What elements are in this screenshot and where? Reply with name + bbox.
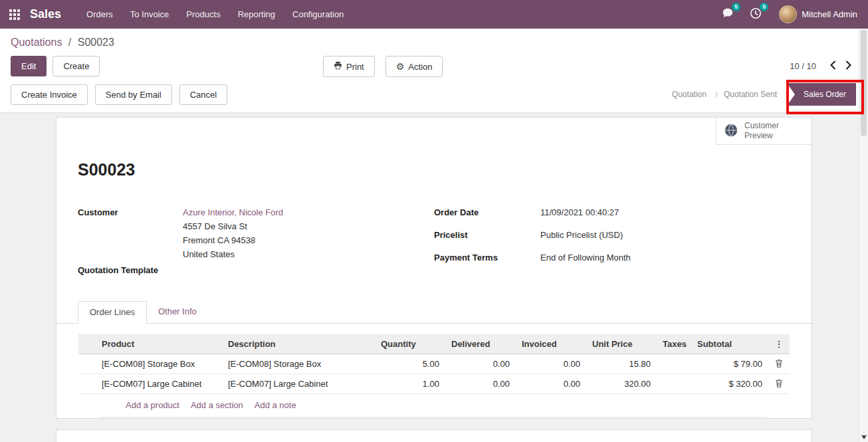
- scrollbar[interactable]: [859, 29, 868, 442]
- optional-columns-header[interactable]: ⋮: [768, 334, 790, 354]
- row-handle[interactable]: [78, 374, 96, 394]
- order-date-field: Order Date 11/09/2021 00:40:27: [434, 207, 790, 218]
- main-menu: Orders To Invoice Products Reporting Con…: [78, 0, 352, 29]
- order-line-row[interactable]: [E-COM08] Storage Box [E-COM08] Storage …: [78, 354, 790, 374]
- activities-button[interactable]: 5: [750, 7, 762, 22]
- cell-delete: [768, 354, 790, 374]
- customer-link[interactable]: Azure Interior, Nicole Ford: [183, 207, 283, 217]
- delete-line-button[interactable]: [775, 359, 783, 370]
- customer-field: Customer Azure Interior, Nicole Ford 455…: [78, 207, 434, 260]
- apps-menu-icon[interactable]: [9, 9, 20, 20]
- col-header-unit-price[interactable]: Unit Price: [586, 334, 657, 354]
- document-title: S00023: [78, 160, 812, 179]
- menu-configuration[interactable]: Configuration: [284, 0, 352, 29]
- status-quotation-sent[interactable]: Quotation Sent: [717, 90, 784, 99]
- gear-icon: ⚙: [396, 62, 405, 71]
- chatter: [56, 429, 812, 442]
- pager-count: 10 / 10: [790, 61, 816, 71]
- col-header-description[interactable]: Description: [222, 334, 375, 354]
- edit-button[interactable]: Edit: [11, 56, 47, 76]
- cell-delivered: 0.00: [445, 354, 516, 374]
- cancel-button[interactable]: Cancel: [179, 84, 227, 105]
- field-column-right: Order Date 11/09/2021 00:40:27 Pricelist…: [434, 207, 790, 281]
- cell-invoiced: 0.00: [516, 354, 586, 374]
- avatar: [779, 5, 797, 23]
- menu-products[interactable]: Products: [177, 0, 229, 29]
- pricelist-value: Public Pricelist (USD): [540, 230, 623, 241]
- col-header-taxes[interactable]: Taxes: [657, 334, 691, 354]
- kebab-icon[interactable]: ⋮: [775, 339, 784, 349]
- print-button[interactable]: Print: [323, 56, 375, 77]
- handle-column-header: [78, 334, 96, 354]
- col-header-product[interactable]: Product: [96, 334, 222, 354]
- add-product-link[interactable]: Add a product: [126, 400, 179, 410]
- col-header-quantity[interactable]: Quantity: [375, 334, 445, 354]
- order-line-row[interactable]: [E-COM07] Large Cabinet [E-COM07] Large …: [78, 374, 790, 394]
- cell-unit-price: 320.00: [586, 374, 657, 394]
- action-label: Action: [408, 62, 432, 72]
- scroll-down-arrow[interactable]: [861, 435, 867, 439]
- send-by-email-button[interactable]: Send by Email: [95, 84, 172, 105]
- menu-to-invoice[interactable]: To Invoice: [122, 0, 178, 29]
- messages-badge: 5: [732, 3, 740, 11]
- menu-reporting[interactable]: Reporting: [229, 0, 284, 29]
- field-column-left: Customer Azure Interior, Nicole Ford 455…: [78, 207, 434, 281]
- chevron-right-icon: [845, 60, 851, 72]
- order-date-value: 11/09/2021 00:40:27: [540, 207, 619, 218]
- app-name[interactable]: Sales: [30, 7, 61, 21]
- col-header-delivered[interactable]: Delivered: [445, 334, 516, 354]
- payment-terms-value: End of Following Month: [540, 253, 631, 263]
- create-invoice-button[interactable]: Create Invoice: [11, 84, 88, 105]
- chevron-left-icon: [830, 60, 836, 72]
- customer-value: Azure Interior, Nicole Ford 4557 De Silv…: [183, 207, 283, 260]
- add-section-link[interactable]: Add a section: [191, 400, 243, 410]
- address-line-1: 4557 De Silva St: [183, 221, 283, 232]
- row-handle[interactable]: [78, 354, 96, 374]
- tab-other-info[interactable]: Other Info: [147, 301, 208, 323]
- field-group: Customer Azure Interior, Nicole Ford 455…: [78, 207, 790, 281]
- cell-delete: [768, 374, 790, 394]
- customer-preview-button[interactable]: Customer Preview: [716, 118, 812, 145]
- add-note-link[interactable]: Add a note: [255, 400, 296, 410]
- breadcrumb-quotations-link[interactable]: Quotations: [11, 37, 62, 48]
- status-sales-order[interactable]: Sales Order: [787, 83, 856, 106]
- cell-product: [E-COM08] Storage Box: [96, 354, 222, 374]
- notebook-tabs: Order Lines Other Info: [56, 301, 812, 324]
- pager-previous-button[interactable]: [825, 58, 841, 74]
- trash-icon: [775, 359, 783, 370]
- customer-label: Customer: [78, 207, 183, 260]
- globe-icon: [724, 123, 738, 140]
- breadcrumb-current: S00023: [78, 37, 114, 48]
- pager-next-button[interactable]: [841, 58, 856, 74]
- create-button[interactable]: Create: [53, 56, 100, 76]
- tab-order-lines[interactable]: Order Lines: [78, 301, 147, 324]
- breadcrumb: Quotations / S00023: [0, 29, 868, 51]
- pricelist-field: Pricelist Public Pricelist (USD): [434, 230, 790, 241]
- quotation-template-label: Quotation Template: [78, 265, 183, 276]
- cell-product: [E-COM07] Large Cabinet: [96, 374, 222, 394]
- user-name: Mitchell Admin: [802, 9, 857, 19]
- messages-button[interactable]: 5: [722, 7, 734, 22]
- form-sheet: Customer Preview S00023 Customer Azure I…: [56, 117, 812, 419]
- payment-terms-label: Payment Terms: [434, 253, 540, 263]
- cell-quantity: 5.00: [375, 354, 445, 374]
- top-navbar: Sales Orders To Invoice Products Reporti…: [0, 0, 868, 29]
- delete-line-button[interactable]: [775, 379, 783, 389]
- menu-orders[interactable]: Orders: [78, 0, 122, 29]
- cell-quantity: 1.00: [375, 374, 445, 394]
- action-button[interactable]: ⚙ Action: [385, 56, 443, 77]
- cell-delivered: 0.00: [445, 374, 516, 394]
- payment-terms-field: Payment Terms End of Following Month: [434, 253, 790, 263]
- col-header-subtotal[interactable]: Subtotal: [691, 334, 768, 354]
- navbar-right: 5 5 Mitchell Admin: [706, 5, 857, 23]
- form-view-background: Customer Preview S00023 Customer Azure I…: [0, 113, 868, 441]
- address-line-2: Fremont CA 94538: [183, 235, 283, 246]
- quotation-template-field: Quotation Template: [78, 265, 434, 276]
- col-header-invoiced[interactable]: Invoiced: [516, 334, 586, 354]
- user-menu[interactable]: Mitchell Admin: [779, 5, 857, 23]
- status-quotation[interactable]: Quotation: [665, 90, 713, 99]
- trash-icon: [775, 379, 783, 389]
- scrollbar-thumb[interactable]: [861, 30, 867, 136]
- cell-unit-price: 15.80: [586, 354, 657, 374]
- cell-taxes: [657, 374, 691, 394]
